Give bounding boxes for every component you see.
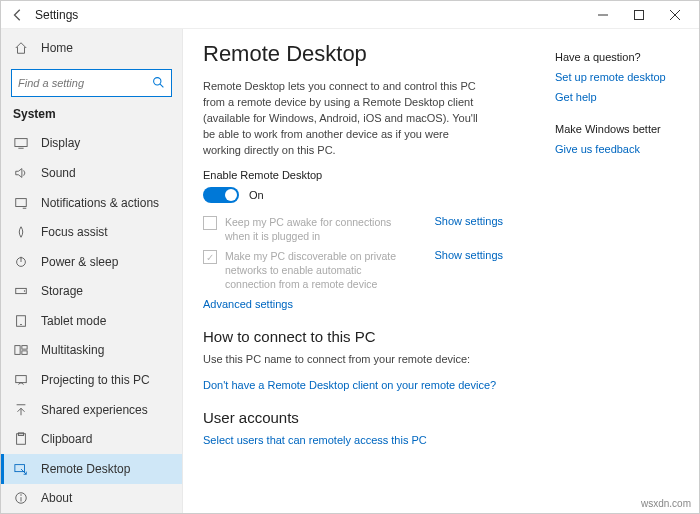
- sidebar-item-about[interactable]: About: [1, 484, 182, 513]
- discoverable-checkbox[interactable]: ✓: [203, 250, 217, 264]
- sidebar-item-focus-assist[interactable]: Focus assist: [1, 217, 182, 247]
- sidebar-item-label: Storage: [41, 284, 83, 298]
- content-area: Remote Desktop Remote Desktop lets you c…: [183, 29, 699, 513]
- multitasking-icon: [13, 342, 29, 358]
- make-windows-better-heading: Make Windows better: [555, 123, 685, 135]
- sidebar-item-clipboard[interactable]: Clipboard: [1, 424, 182, 454]
- titlebar: Settings: [1, 1, 699, 29]
- search-icon: [152, 76, 165, 89]
- sidebar-item-label: Projecting to this PC: [41, 373, 150, 387]
- sidebar-item-display[interactable]: Display: [1, 129, 182, 159]
- sidebar-item-label: Display: [41, 136, 80, 150]
- notifications-icon: [13, 195, 29, 211]
- sidebar-item-label: Remote Desktop: [41, 462, 130, 476]
- sidebar-home[interactable]: Home: [1, 33, 182, 63]
- no-client-link[interactable]: Don't have a Remote Desktop client on yo…: [203, 379, 503, 391]
- sidebar-item-shared-experiences[interactable]: Shared experiences: [1, 395, 182, 425]
- sidebar-item-label: Power & sleep: [41, 255, 118, 269]
- search-box[interactable]: [11, 69, 172, 97]
- give-feedback-link[interactable]: Give us feedback: [555, 143, 685, 155]
- sidebar-item-label: Clipboard: [41, 432, 92, 446]
- sidebar-item-label: About: [41, 491, 72, 505]
- sidebar-item-label: Notifications & actions: [41, 196, 159, 210]
- svg-rect-6: [15, 139, 27, 147]
- sidebar-item-storage[interactable]: Storage: [1, 276, 182, 306]
- power-icon: [13, 254, 29, 270]
- page-description: Remote Desktop lets you connect to and c…: [203, 79, 483, 159]
- toggle-track: [203, 187, 239, 203]
- how-to-connect-heading: How to connect to this PC: [203, 328, 503, 345]
- sidebar-item-remote-desktop[interactable]: Remote Desktop: [1, 454, 182, 484]
- sidebar-item-multitasking[interactable]: Multitasking: [1, 336, 182, 366]
- discoverable-text: Make my PC discoverable on private netwo…: [225, 249, 415, 292]
- setup-remote-desktop-link[interactable]: Set up remote desktop: [555, 71, 685, 83]
- svg-rect-18: [22, 351, 27, 355]
- keep-awake-text: Keep my PC awake for connections when it…: [225, 215, 415, 243]
- maximize-icon: [634, 10, 644, 20]
- home-icon: [13, 40, 29, 56]
- get-help-link[interactable]: Get help: [555, 91, 685, 103]
- settings-window: Settings Home System Display: [0, 0, 700, 514]
- storage-icon: [13, 283, 29, 299]
- sidebar-home-label: Home: [41, 41, 73, 55]
- watermark: wsxdn.com: [641, 498, 691, 509]
- svg-point-26: [20, 495, 21, 496]
- sidebar-item-sound[interactable]: Sound: [1, 158, 182, 188]
- sidebar-item-label: Tablet mode: [41, 314, 106, 328]
- sidebar-item-label: Shared experiences: [41, 403, 148, 417]
- svg-point-4: [154, 78, 161, 85]
- sound-icon: [13, 165, 29, 181]
- sidebar-item-tablet-mode[interactable]: Tablet mode: [1, 306, 182, 336]
- how-to-connect-text: Use this PC name to connect from your re…: [203, 353, 503, 365]
- shared-icon: [13, 402, 29, 418]
- minimize-button[interactable]: [585, 1, 621, 29]
- projecting-icon: [13, 372, 29, 388]
- display-icon: [13, 135, 29, 151]
- toggle-knob: [225, 189, 237, 201]
- clipboard-icon: [13, 431, 29, 447]
- keep-awake-checkbox[interactable]: [203, 216, 217, 230]
- tablet-icon: [13, 313, 29, 329]
- center-column: Remote Desktop Remote Desktop lets you c…: [203, 41, 503, 501]
- keep-awake-option: Keep my PC awake for connections when it…: [203, 215, 503, 243]
- sidebar-item-label: Focus assist: [41, 225, 108, 239]
- user-accounts-heading: User accounts: [203, 409, 503, 426]
- discoverable-option: ✓ Make my PC discoverable on private net…: [203, 249, 503, 292]
- enable-remote-desktop-toggle[interactable]: On: [203, 187, 503, 203]
- arrow-left-icon: [11, 8, 25, 22]
- svg-rect-8: [16, 198, 27, 206]
- advanced-settings-link[interactable]: Advanced settings: [203, 298, 503, 310]
- minimize-icon: [598, 10, 608, 20]
- aside-column: Have a question? Set up remote desktop G…: [555, 41, 685, 501]
- svg-rect-19: [16, 376, 27, 383]
- svg-rect-17: [22, 346, 27, 350]
- svg-rect-1: [635, 10, 644, 19]
- sidebar-item-notifications[interactable]: Notifications & actions: [1, 188, 182, 218]
- sidebar-item-label: Multitasking: [41, 343, 104, 357]
- have-question-heading: Have a question?: [555, 51, 685, 63]
- toggle-state-label: On: [249, 189, 264, 201]
- sidebar: Home System Display Sound Notifications …: [1, 29, 183, 513]
- sidebar-item-projecting[interactable]: Projecting to this PC: [1, 365, 182, 395]
- window-title: Settings: [35, 8, 78, 22]
- maximize-button[interactable]: [621, 1, 657, 29]
- sidebar-category: System: [1, 105, 182, 129]
- close-icon: [670, 10, 680, 20]
- remote-desktop-icon: [13, 461, 29, 477]
- close-button[interactable]: [657, 1, 693, 29]
- select-users-link[interactable]: Select users that can remotely access th…: [203, 434, 503, 446]
- discoverable-show-settings[interactable]: Show settings: [435, 249, 503, 261]
- page-title: Remote Desktop: [203, 41, 503, 67]
- sidebar-item-power-sleep[interactable]: Power & sleep: [1, 247, 182, 277]
- svg-line-5: [160, 84, 163, 87]
- svg-point-13: [24, 291, 25, 292]
- search-input[interactable]: [18, 77, 148, 89]
- enable-remote-desktop-label: Enable Remote Desktop: [203, 169, 503, 181]
- back-button[interactable]: [7, 4, 29, 26]
- focus-assist-icon: [13, 224, 29, 240]
- main-area: Home System Display Sound Notifications …: [1, 29, 699, 513]
- svg-rect-16: [15, 346, 20, 355]
- sidebar-item-label: Sound: [41, 166, 76, 180]
- keep-awake-show-settings[interactable]: Show settings: [435, 215, 503, 227]
- about-icon: [13, 490, 29, 506]
